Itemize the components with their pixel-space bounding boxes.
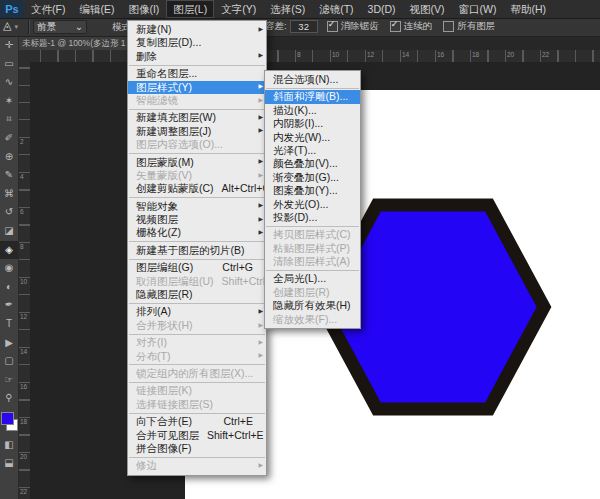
menu-item[interactable]: 智能对象 ▶	[128, 200, 266, 213]
menu-item[interactable]: 新建填充图层(W) ▶	[128, 111, 266, 124]
submenu-item[interactable]: 缩放效果(F)... ▶	[265, 313, 360, 326]
menu-item[interactable]: 向下合并(E) Ctrl+E ▶	[128, 415, 266, 428]
menu-separator	[129, 364, 265, 365]
submenu-arrow-icon: ▶	[258, 81, 263, 94]
menu-item[interactable]: 排列(A) ▶	[128, 305, 266, 318]
submenu-item[interactable]: 粘贴图层样式(P) ▶	[265, 242, 360, 255]
menubar-item[interactable]: 文件(F)	[24, 0, 72, 18]
menu-item[interactable]: 矢量蒙版(V) ▶	[128, 169, 266, 182]
type-tool[interactable]: T	[0, 315, 18, 334]
option-checkbox[interactable]: 连续的	[390, 20, 433, 33]
menu-item[interactable]: 合并形状(H) ▶	[128, 319, 266, 332]
menu-item[interactable]: 视频图层 ▶	[128, 213, 266, 226]
menu-item[interactable]: 新建调整图层(J) ▶	[128, 125, 266, 138]
submenu-item[interactable]: 全局光(L)... ▶	[265, 272, 360, 285]
submenu-item[interactable]: 投影(D)... ▶	[265, 211, 360, 224]
paint-bucket-tool-preset[interactable]: ◬ ▾	[3, 19, 18, 32]
menubar-item[interactable]: 3D(D)	[361, 0, 403, 18]
ruler-number: 14	[402, 51, 409, 58]
submenu-item[interactable]: 混合选项(N)... ▶	[265, 73, 360, 86]
menubar-item[interactable]: 编辑(E)	[72, 0, 121, 18]
menu-item[interactable]: 链接图层(K) ▶	[128, 384, 266, 397]
healing-brush-tool[interactable]: ⊕	[0, 148, 18, 167]
marquee-tool[interactable]: ▭	[0, 55, 18, 74]
submenu-item[interactable]: 图案叠加(Y)... ▶	[265, 184, 360, 197]
menubar-item[interactable]: 文字(Y)	[214, 0, 263, 18]
clone-stamp-tool[interactable]: ⌘	[0, 185, 18, 204]
menu-item[interactable]: 图层蒙版(M) ▶	[128, 156, 266, 169]
menubar-item[interactable]: 图层(L)	[166, 0, 214, 18]
menu-item[interactable]: 选择链接图层(S) ▶	[128, 398, 266, 411]
menu-item[interactable]: 锁定组内的所有图层(X)... ▶	[128, 367, 266, 380]
photoshop-logo: Ps	[0, 0, 24, 18]
move-tool[interactable]: ✛	[0, 36, 18, 55]
submenu-item[interactable]: 创建图层(R) ▶	[265, 286, 360, 299]
blur-tool[interactable]: ◉	[0, 259, 18, 278]
menubar-item[interactable]: 帮助(H)	[504, 0, 554, 18]
pen-tool[interactable]: ✒	[0, 296, 18, 315]
submenu-item[interactable]: 光泽(T)... ▶	[265, 144, 360, 157]
menu-item[interactable]: 拼合图像(F) ▶	[128, 442, 266, 455]
submenu-item[interactable]: 斜面和浮雕(B)... ▶	[265, 90, 360, 103]
history-brush-tool[interactable]: ↺	[0, 203, 18, 222]
options-bar: ◬ ▾ 前景 ⌄ 模式: 容差: 32 消除锯齿连续的所有图层	[0, 18, 600, 37]
menu-item[interactable]: 栅格化(Z) ▶	[128, 226, 266, 239]
brush-tool[interactable]: ✎	[0, 166, 18, 185]
quick-selection-tool[interactable]: ✶	[0, 92, 18, 111]
shape-tool[interactable]: ▢	[0, 352, 18, 371]
submenu-item[interactable]: 颜色叠加(V)... ▶	[265, 157, 360, 170]
menubar-item[interactable]: 图像(I)	[121, 0, 166, 18]
menu-item[interactable]: 图层编组(G) Ctrl+G ▶	[128, 261, 266, 274]
submenu-item[interactable]: 内发光(W)... ▶	[265, 131, 360, 144]
crop-tool[interactable]: ⌗	[0, 110, 18, 129]
ruler-number: 10	[20, 278, 27, 285]
submenu-item[interactable]: 内阴影(I)... ▶	[265, 117, 360, 130]
menu-separator	[129, 197, 265, 198]
dodge-tool[interactable]: ◐	[0, 278, 18, 297]
screen-mode-button[interactable]: ⬓	[0, 454, 18, 473]
menu-item[interactable]: 重命名图层... ▶	[128, 67, 266, 80]
menu-separator	[266, 88, 359, 89]
menu-item[interactable]: 新建(N) ▶	[128, 23, 266, 36]
eyedropper-tool[interactable]: ✐	[0, 129, 18, 148]
menubar-item[interactable]: 滤镜(T)	[312, 0, 360, 18]
submenu-item[interactable]: 描边(K)... ▶	[265, 104, 360, 117]
menu-item[interactable]: 分布(T) ▶	[128, 350, 266, 363]
submenu-item[interactable]: 隐藏所有效果(H) ▶	[265, 299, 360, 312]
option-checkbox[interactable]: 消除锯齿	[327, 20, 379, 33]
menubar-item[interactable]: 窗口(W)	[452, 0, 504, 18]
menu-item[interactable]: 取消图层编组(U) Shift+Ctrl+G ▶	[128, 275, 266, 288]
menu-item[interactable]: 图层内容选项(O)... ▶	[128, 138, 266, 151]
foreground-color-swatch[interactable]	[1, 412, 14, 425]
menu-item[interactable]: 删除 ▶	[128, 50, 266, 63]
menu-item[interactable]: 复制图层(D)... ▶	[128, 36, 266, 49]
menu-item[interactable]: 修边 ▶	[128, 459, 266, 472]
submenu-item[interactable]: 拷贝图层样式(C) ▶	[265, 228, 360, 241]
submenu-item[interactable]: 渐变叠加(G)... ▶	[265, 171, 360, 184]
menu-item[interactable]: 图层样式(Y) ▶	[128, 81, 266, 94]
submenu-arrow-icon: ▶	[258, 336, 263, 349]
path-selection-tool[interactable]: ▶	[0, 334, 18, 353]
options-checkboxes: 消除锯齿连续的所有图层	[327, 20, 496, 33]
menu-item[interactable]: 合并可见图层 Shift+Ctrl+E ▶	[128, 429, 266, 442]
option-checkbox[interactable]: 所有图层	[443, 20, 495, 33]
submenu-item[interactable]: 外发光(O)... ▶	[265, 198, 360, 211]
menu-item[interactable]: 对齐(I) ▶	[128, 336, 266, 349]
submenu-item[interactable]: 清除图层样式(A) ▶	[265, 255, 360, 268]
quick-mask-button[interactable]: ◧	[0, 436, 18, 455]
fill-source-select[interactable]: 前景 ⌄	[33, 20, 87, 34]
zoom-tool[interactable]: ⚲	[0, 389, 18, 408]
menu-item[interactable]: 隐藏图层(R) ▶	[128, 288, 266, 301]
menu-item[interactable]: 新建基于图层的切片(B) ▶	[128, 244, 266, 257]
document-tab[interactable]: 未标题-1 @ 100%(多边形 1	[18, 36, 139, 50]
paint-bucket-tool[interactable]: ◈	[0, 241, 18, 260]
menu-item[interactable]: 智能滤镜 ▶	[128, 94, 266, 107]
hand-tool[interactable]: ☞	[0, 371, 18, 390]
eraser-tool[interactable]: ◪	[0, 222, 18, 241]
menubar-item[interactable]: 选择(S)	[263, 0, 312, 18]
menubar-item[interactable]: 视图(V)	[403, 0, 452, 18]
tolerance-input[interactable]: 32	[290, 20, 318, 33]
menu-item[interactable]: 创建剪贴蒙版(C) Alt+Ctrl+G ▶	[128, 182, 266, 195]
menu-separator	[129, 334, 265, 335]
lasso-tool[interactable]: ∿	[0, 73, 18, 92]
